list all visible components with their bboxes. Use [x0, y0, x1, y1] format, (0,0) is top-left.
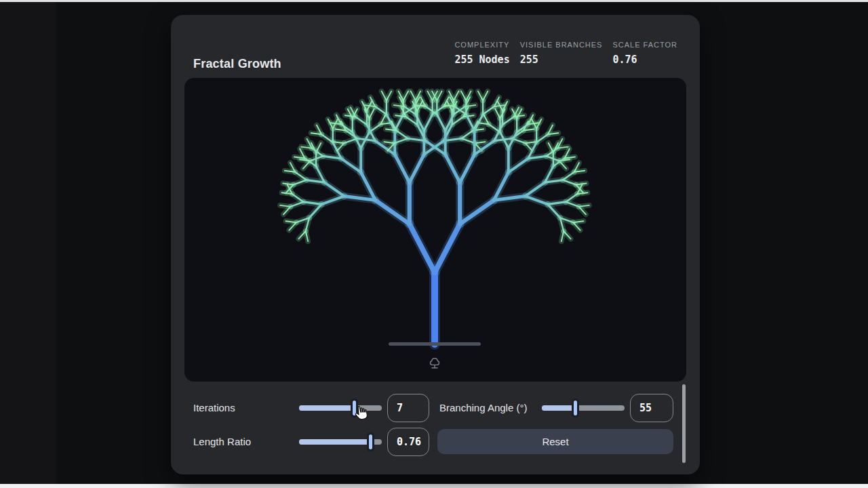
stat-complexity-label: COMPLEXITY — [454, 41, 509, 49]
reset-button[interactable]: Reset — [437, 429, 673, 454]
length-ratio-slider[interactable] — [299, 432, 382, 451]
length-ratio-slider-thumb[interactable] — [367, 432, 374, 451]
screen-edge-top — [0, 0, 868, 2]
stat-scale-factor-value: 0.76 — [612, 54, 677, 66]
length-ratio-value-input[interactable]: 0.76 — [387, 428, 429, 456]
stats-bar: COMPLEXITY 255 Nodes VISIBLE BRANCHES 25… — [454, 41, 677, 66]
stat-visible-branches: VISIBLE BRANCHES 255 — [520, 41, 603, 66]
screen-edge-bottom — [0, 484, 868, 488]
iterations-value-input[interactable]: 7 — [387, 394, 429, 422]
length-ratio-slider-fill — [299, 439, 371, 445]
background-left-panel — [0, 2, 56, 484]
branching-angle-value-input[interactable]: 55 — [630, 394, 673, 422]
branching-angle-slider[interactable] — [542, 399, 625, 418]
branching-angle-slider-thumb[interactable] — [572, 399, 579, 418]
stat-complexity: COMPLEXITY 255 Nodes — [454, 41, 509, 66]
iterations-slider[interactable] — [299, 399, 382, 418]
stat-scale-factor: SCALE FACTOR 0.76 — [612, 41, 677, 66]
stat-complexity-value: 255 Nodes — [454, 54, 509, 66]
controls-scrollbar[interactable] — [682, 384, 686, 463]
fractal-tree-visualization — [184, 78, 686, 382]
fractal-canvas — [184, 78, 686, 382]
iterations-label: Iterations — [193, 402, 235, 413]
ground-line — [389, 342, 481, 346]
stat-visible-branches-label: VISIBLE BRANCHES — [520, 41, 603, 49]
fractal-growth-card: Fractal Growth COMPLEXITY 255 Nodes VISI… — [171, 15, 700, 474]
length-ratio-label: Length Ratio — [193, 436, 251, 447]
branching-angle-slider-fill — [542, 405, 576, 411]
branching-angle-label: Branching Angle (°) — [439, 402, 527, 413]
page-title: Fractal Growth — [193, 57, 281, 71]
stat-visible-branches-value: 255 — [520, 54, 603, 66]
stat-scale-factor-label: SCALE FACTOR — [612, 41, 677, 49]
tree-icon — [427, 356, 442, 371]
iterations-slider-fill — [299, 405, 354, 411]
iterations-slider-thumb[interactable] — [351, 399, 358, 418]
